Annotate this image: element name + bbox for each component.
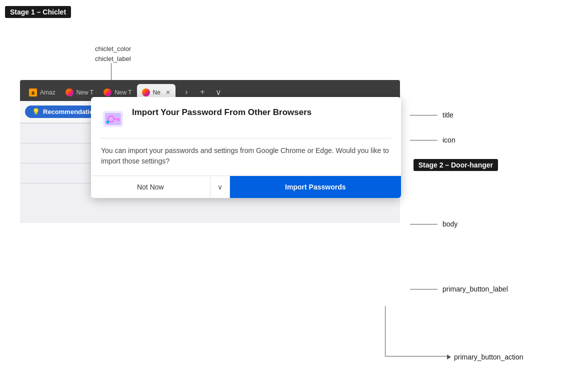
title-anno-label: title [442,111,454,119]
primary-button-action-hline [385,356,450,356]
amazon-favicon: a [29,88,37,96]
chiclet-color-annotation: chiclet_color chiclet_label [95,44,131,64]
arrow-right-icon [447,354,451,360]
doorhanger-title: Import Your Password From Other Browsers [132,107,312,118]
body-anno-label: body [442,220,458,228]
import-passwords-button[interactable]: Import Passwords [230,176,401,198]
doorhanger-footer: Not Now ∨ Import Passwords [91,176,401,198]
tab-amazon-title: Amaz [40,89,56,96]
recommendation-label: Recommendation [43,108,98,116]
dropdown-button[interactable]: ∨ [210,176,230,198]
doorhanger-icon [101,107,125,131]
doorhanger-header: Import Your Password From Other Browsers [91,97,401,138]
primary-button-action-arrow-label: primary_button_action [447,353,524,361]
stage2-label: Stage 2 – Door-hanger [414,159,498,171]
body-anno-line [410,224,438,224]
recommendation-icon: 💡 [32,108,40,116]
body-annotation-row: body [410,220,458,228]
firefox-favicon-3 [142,88,150,96]
primary-button-action-vline [385,306,386,356]
tab-new1-title: New T [76,89,94,96]
tab-close-button[interactable]: ✕ [166,89,170,96]
doorhanger: Import Your Password From Other Browsers… [91,97,401,198]
tab-active-title: Ne [153,89,160,96]
tab-amazon[interactable]: a Amaz [24,84,60,101]
title-annotation-row: title [410,111,454,119]
primary-button-label-anno-line [410,289,438,290]
firefox-favicon-1 [66,88,74,96]
not-now-button[interactable]: Not Now [91,176,210,198]
tab-new2-title: New T [114,89,132,96]
primary-button-action-label: primary_button_action [454,353,524,361]
primary-button-label-anno-label: primary_button_label [442,285,508,293]
icon-annotation-row: icon [410,136,456,144]
firefox-favicon-2 [104,88,112,96]
stage1-label: Stage 1 – Chiclet [5,6,71,18]
icon-anno-label: icon [442,136,456,144]
primary-button-label-annotation-row: primary_button_label [410,285,508,293]
title-anno-line [410,115,438,116]
doorhanger-body: You can import your passwords and settin… [91,138,401,176]
icon-anno-line [410,140,438,140]
